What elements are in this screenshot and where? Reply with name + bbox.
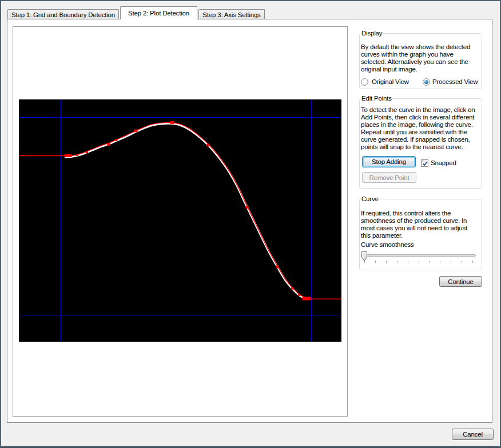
continue-label: Continue: [448, 278, 473, 285]
processed-view-radio[interactable]: [423, 78, 430, 86]
radio-dot: [424, 80, 428, 84]
edit-points-group-title: Edit Points: [361, 95, 392, 102]
tab-step2-plot-detection[interactable]: Step 2: Plot Detection: [120, 6, 197, 19]
plot-image[interactable]: [19, 99, 341, 342]
detected-curve-plot: [19, 99, 341, 342]
curve-smoothness-slider-track[interactable]: [361, 254, 476, 257]
tab-label: Step 1: Grid and Boundary Detection: [8, 11, 118, 18]
snapped-checkbox[interactable]: [421, 159, 428, 167]
cancel-label: Cancel: [463, 431, 483, 438]
processed-view-label[interactable]: Processed View: [432, 78, 478, 85]
plot-detection-window: Step 1: Grid and Boundary Detection Step…: [0, 0, 501, 448]
curve-smoothness-label: Curve smoothness: [361, 241, 414, 249]
checkmark-icon: [422, 160, 429, 167]
cancel-button[interactable]: Cancel: [452, 429, 494, 440]
stop-adding-label: Stop Adding: [372, 158, 406, 165]
original-view-radio[interactable]: [361, 78, 368, 86]
continue-button[interactable]: Continue: [439, 276, 482, 287]
stop-adding-button[interactable]: Stop Adding: [362, 156, 416, 167]
slider-tick-marks: [364, 261, 473, 263]
tab-step1-grid-boundary[interactable]: Step 1: Grid and Boundary Detection: [7, 9, 119, 19]
remove-point-label: Remove Point: [369, 174, 409, 181]
tab-label: Step 3: Axis Settings: [199, 11, 264, 18]
curve-group-title: Curve: [361, 195, 379, 202]
curve-smoothness-slider-thumb[interactable]: [361, 251, 368, 263]
tab-step3-axis-settings[interactable]: Step 3: Axis Settings: [198, 9, 265, 19]
display-description: By default the view shows the detected c…: [361, 43, 470, 73]
curve-group: Curve If required, this control alters t…: [359, 199, 482, 270]
edit-points-description: To detect the curve in the image, click …: [361, 106, 475, 151]
display-group-title: Display: [361, 30, 383, 37]
remove-point-button[interactable]: Remove Point: [362, 172, 416, 183]
snapped-label[interactable]: Snapped: [431, 159, 456, 166]
bottom-bar: [0, 423, 501, 446]
original-view-label[interactable]: Original View: [372, 78, 409, 85]
tab-label: Step 2: Plot Detection: [121, 10, 197, 17]
curve-description: If required, this control alters the smo…: [361, 210, 467, 239]
